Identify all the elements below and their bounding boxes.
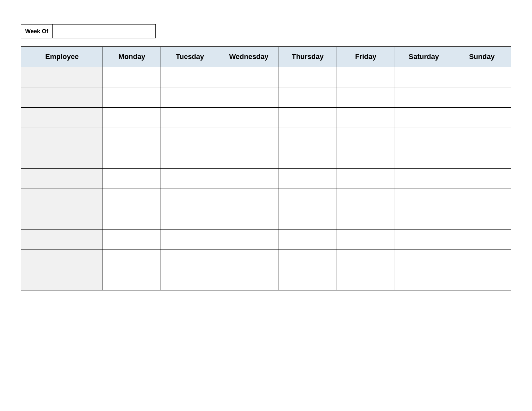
day-cell[interactable] bbox=[453, 189, 511, 209]
day-cell[interactable] bbox=[161, 108, 219, 128]
employee-cell[interactable] bbox=[21, 230, 103, 250]
day-cell[interactable] bbox=[219, 270, 279, 290]
day-header-wednesday: Wednesday bbox=[219, 47, 279, 67]
table-row bbox=[21, 250, 511, 270]
day-cell[interactable] bbox=[337, 189, 395, 209]
day-cell[interactable] bbox=[337, 108, 395, 128]
employee-cell[interactable] bbox=[21, 87, 103, 108]
day-cell[interactable] bbox=[103, 128, 161, 148]
week-of-container: Week Of bbox=[21, 24, 511, 38]
day-cell[interactable] bbox=[161, 128, 219, 148]
day-cell[interactable] bbox=[161, 250, 219, 270]
employee-cell[interactable] bbox=[21, 148, 103, 169]
day-cell[interactable] bbox=[103, 67, 161, 87]
day-cell[interactable] bbox=[219, 87, 279, 108]
employee-cell[interactable] bbox=[21, 108, 103, 128]
day-cell[interactable] bbox=[279, 189, 337, 209]
day-cell[interactable] bbox=[395, 148, 453, 169]
day-cell[interactable] bbox=[453, 108, 511, 128]
day-cell[interactable] bbox=[219, 209, 279, 230]
day-cell[interactable] bbox=[219, 108, 279, 128]
employee-cell[interactable] bbox=[21, 169, 103, 189]
day-cell[interactable] bbox=[453, 270, 511, 290]
employee-cell[interactable] bbox=[21, 189, 103, 209]
day-cell[interactable] bbox=[395, 87, 453, 108]
day-cell[interactable] bbox=[219, 128, 279, 148]
day-cell[interactable] bbox=[103, 270, 161, 290]
day-cell[interactable] bbox=[453, 87, 511, 108]
day-cell[interactable] bbox=[453, 230, 511, 250]
day-cell[interactable] bbox=[453, 128, 511, 148]
day-cell[interactable] bbox=[279, 270, 337, 290]
table-row bbox=[21, 128, 511, 148]
day-cell[interactable] bbox=[395, 108, 453, 128]
day-cell[interactable] bbox=[219, 189, 279, 209]
day-cell[interactable] bbox=[395, 169, 453, 189]
day-cell[interactable] bbox=[395, 230, 453, 250]
day-cell[interactable] bbox=[395, 250, 453, 270]
day-cell[interactable] bbox=[279, 108, 337, 128]
day-cell[interactable] bbox=[219, 250, 279, 270]
day-cell[interactable] bbox=[279, 209, 337, 230]
day-cell[interactable] bbox=[395, 67, 453, 87]
day-cell[interactable] bbox=[279, 148, 337, 169]
day-cell[interactable] bbox=[103, 148, 161, 169]
table-row bbox=[21, 67, 511, 87]
day-cell[interactable] bbox=[453, 250, 511, 270]
day-cell[interactable] bbox=[103, 169, 161, 189]
day-cell[interactable] bbox=[279, 128, 337, 148]
day-cell[interactable] bbox=[103, 87, 161, 108]
day-cell[interactable] bbox=[337, 128, 395, 148]
day-cell[interactable] bbox=[161, 169, 219, 189]
day-cell[interactable] bbox=[279, 87, 337, 108]
day-cell[interactable] bbox=[161, 189, 219, 209]
day-cell[interactable] bbox=[219, 230, 279, 250]
day-cell[interactable] bbox=[161, 67, 219, 87]
day-cell[interactable] bbox=[219, 67, 279, 87]
day-cell[interactable] bbox=[337, 250, 395, 270]
table-row bbox=[21, 148, 511, 169]
day-cell[interactable] bbox=[337, 230, 395, 250]
day-cell[interactable] bbox=[395, 209, 453, 230]
day-cell[interactable] bbox=[161, 230, 219, 250]
day-cell[interactable] bbox=[279, 230, 337, 250]
employee-cell[interactable] bbox=[21, 67, 103, 87]
employee-cell[interactable] bbox=[21, 128, 103, 148]
day-cell[interactable] bbox=[161, 87, 219, 108]
day-cell[interactable] bbox=[453, 148, 511, 169]
day-cell[interactable] bbox=[103, 230, 161, 250]
day-cell[interactable] bbox=[395, 270, 453, 290]
table-row bbox=[21, 169, 511, 189]
employee-cell[interactable] bbox=[21, 270, 103, 290]
day-cell[interactable] bbox=[103, 209, 161, 230]
day-cell[interactable] bbox=[453, 209, 511, 230]
day-cell[interactable] bbox=[337, 87, 395, 108]
day-cell[interactable] bbox=[337, 169, 395, 189]
day-cell[interactable] bbox=[337, 270, 395, 290]
day-header-tuesday: Tuesday bbox=[161, 47, 219, 67]
day-cell[interactable] bbox=[395, 189, 453, 209]
day-header-sunday: Sunday bbox=[453, 47, 511, 67]
table-row bbox=[21, 270, 511, 290]
employee-cell[interactable] bbox=[21, 209, 103, 230]
day-cell[interactable] bbox=[103, 108, 161, 128]
day-cell[interactable] bbox=[337, 67, 395, 87]
day-cell[interactable] bbox=[219, 148, 279, 169]
day-cell[interactable] bbox=[161, 148, 219, 169]
day-cell[interactable] bbox=[453, 67, 511, 87]
day-cell[interactable] bbox=[219, 169, 279, 189]
day-cell[interactable] bbox=[279, 67, 337, 87]
employee-cell[interactable] bbox=[21, 250, 103, 270]
day-cell[interactable] bbox=[161, 270, 219, 290]
day-cell[interactable] bbox=[337, 209, 395, 230]
day-cell[interactable] bbox=[161, 209, 219, 230]
day-cell[interactable] bbox=[395, 128, 453, 148]
day-cell[interactable] bbox=[279, 250, 337, 270]
day-cell[interactable] bbox=[453, 169, 511, 189]
week-of-input[interactable] bbox=[53, 24, 156, 38]
day-cell[interactable] bbox=[279, 169, 337, 189]
day-cell[interactable] bbox=[103, 250, 161, 270]
day-cell[interactable] bbox=[103, 189, 161, 209]
week-of-label: Week Of bbox=[21, 24, 53, 38]
day-cell[interactable] bbox=[337, 148, 395, 169]
